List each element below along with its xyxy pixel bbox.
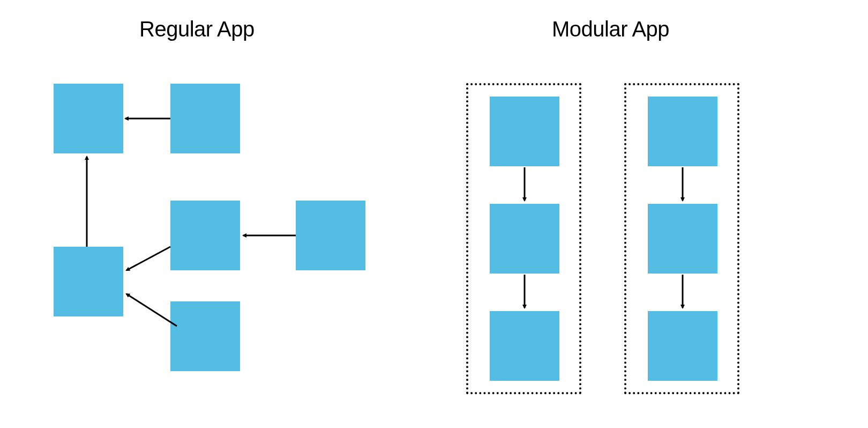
- regular-box-3: [54, 247, 123, 316]
- regular-box-2: [170, 84, 240, 153]
- modular-box-1c: [490, 311, 559, 381]
- modular-box-2b: [648, 204, 717, 274]
- modular-box-1a: [490, 97, 559, 166]
- modular-box-1b: [490, 204, 559, 274]
- arrow-l4-l3: [126, 247, 170, 270]
- left-diagram-title: Regular App: [139, 17, 255, 41]
- regular-box-6: [296, 201, 365, 270]
- regular-box-4: [170, 201, 240, 270]
- modular-box-2c: [648, 311, 717, 381]
- regular-box-5: [170, 301, 240, 371]
- regular-box-1: [54, 84, 123, 153]
- arrow-l5-l3: [126, 294, 177, 326]
- right-diagram-title: Modular App: [552, 17, 669, 41]
- modular-box-2a: [648, 97, 717, 166]
